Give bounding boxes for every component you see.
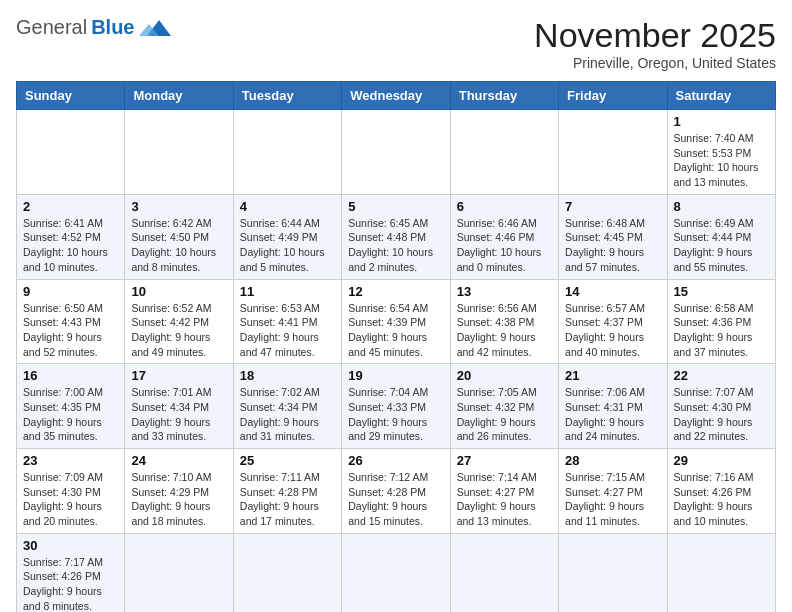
header-row: Sunday Monday Tuesday Wednesday Thursday… <box>17 82 776 110</box>
calendar-cell: 13Sunrise: 6:56 AM Sunset: 4:38 PM Dayli… <box>450 279 558 364</box>
calendar-cell: 7Sunrise: 6:48 AM Sunset: 4:45 PM Daylig… <box>559 194 667 279</box>
day-number: 16 <box>23 368 118 383</box>
day-number: 12 <box>348 284 443 299</box>
calendar-cell: 17Sunrise: 7:01 AM Sunset: 4:34 PM Dayli… <box>125 364 233 449</box>
calendar-cell: 9Sunrise: 6:50 AM Sunset: 4:43 PM Daylig… <box>17 279 125 364</box>
col-thursday: Thursday <box>450 82 558 110</box>
calendar-cell: 2Sunrise: 6:41 AM Sunset: 4:52 PM Daylig… <box>17 194 125 279</box>
calendar-cell <box>559 533 667 612</box>
day-info: Sunrise: 6:44 AM Sunset: 4:49 PM Dayligh… <box>240 216 335 275</box>
week-row: 30Sunrise: 7:17 AM Sunset: 4:26 PM Dayli… <box>17 533 776 612</box>
day-number: 6 <box>457 199 552 214</box>
col-saturday: Saturday <box>667 82 775 110</box>
day-number: 20 <box>457 368 552 383</box>
day-info: Sunrise: 7:14 AM Sunset: 4:27 PM Dayligh… <box>457 470 552 529</box>
day-info: Sunrise: 7:15 AM Sunset: 4:27 PM Dayligh… <box>565 470 660 529</box>
day-info: Sunrise: 6:48 AM Sunset: 4:45 PM Dayligh… <box>565 216 660 275</box>
day-info: Sunrise: 6:52 AM Sunset: 4:42 PM Dayligh… <box>131 301 226 360</box>
logo-icon <box>139 18 171 38</box>
day-number: 3 <box>131 199 226 214</box>
day-number: 28 <box>565 453 660 468</box>
col-sunday: Sunday <box>17 82 125 110</box>
day-info: Sunrise: 6:58 AM Sunset: 4:36 PM Dayligh… <box>674 301 769 360</box>
calendar-cell <box>450 533 558 612</box>
day-info: Sunrise: 7:00 AM Sunset: 4:35 PM Dayligh… <box>23 385 118 444</box>
day-number: 15 <box>674 284 769 299</box>
calendar-cell <box>233 110 341 195</box>
logo: General Blue <box>16 16 171 39</box>
day-info: Sunrise: 7:05 AM Sunset: 4:32 PM Dayligh… <box>457 385 552 444</box>
calendar-cell <box>450 110 558 195</box>
day-number: 19 <box>348 368 443 383</box>
week-row: 23Sunrise: 7:09 AM Sunset: 4:30 PM Dayli… <box>17 449 776 534</box>
logo-blue-text: Blue <box>91 16 134 39</box>
day-number: 23 <box>23 453 118 468</box>
month-title: November 2025 <box>534 16 776 55</box>
day-info: Sunrise: 7:11 AM Sunset: 4:28 PM Dayligh… <box>240 470 335 529</box>
day-info: Sunrise: 7:06 AM Sunset: 4:31 PM Dayligh… <box>565 385 660 444</box>
day-number: 1 <box>674 114 769 129</box>
day-number: 25 <box>240 453 335 468</box>
calendar-cell: 11Sunrise: 6:53 AM Sunset: 4:41 PM Dayli… <box>233 279 341 364</box>
calendar-cell <box>667 533 775 612</box>
day-info: Sunrise: 6:42 AM Sunset: 4:50 PM Dayligh… <box>131 216 226 275</box>
day-info: Sunrise: 7:17 AM Sunset: 4:26 PM Dayligh… <box>23 555 118 612</box>
calendar-cell: 19Sunrise: 7:04 AM Sunset: 4:33 PM Dayli… <box>342 364 450 449</box>
day-number: 18 <box>240 368 335 383</box>
day-info: Sunrise: 7:04 AM Sunset: 4:33 PM Dayligh… <box>348 385 443 444</box>
day-number: 30 <box>23 538 118 553</box>
calendar-cell: 15Sunrise: 6:58 AM Sunset: 4:36 PM Dayli… <box>667 279 775 364</box>
calendar-cell: 3Sunrise: 6:42 AM Sunset: 4:50 PM Daylig… <box>125 194 233 279</box>
day-number: 2 <box>23 199 118 214</box>
calendar-cell <box>342 533 450 612</box>
calendar-cell: 28Sunrise: 7:15 AM Sunset: 4:27 PM Dayli… <box>559 449 667 534</box>
calendar-cell: 30Sunrise: 7:17 AM Sunset: 4:26 PM Dayli… <box>17 533 125 612</box>
day-info: Sunrise: 7:09 AM Sunset: 4:30 PM Dayligh… <box>23 470 118 529</box>
day-number: 22 <box>674 368 769 383</box>
calendar-cell: 23Sunrise: 7:09 AM Sunset: 4:30 PM Dayli… <box>17 449 125 534</box>
calendar-cell: 5Sunrise: 6:45 AM Sunset: 4:48 PM Daylig… <box>342 194 450 279</box>
day-number: 7 <box>565 199 660 214</box>
day-info: Sunrise: 7:02 AM Sunset: 4:34 PM Dayligh… <box>240 385 335 444</box>
calendar-cell: 25Sunrise: 7:11 AM Sunset: 4:28 PM Dayli… <box>233 449 341 534</box>
day-number: 8 <box>674 199 769 214</box>
calendar-cell <box>233 533 341 612</box>
calendar-cell: 14Sunrise: 6:57 AM Sunset: 4:37 PM Dayli… <box>559 279 667 364</box>
calendar-cell: 29Sunrise: 7:16 AM Sunset: 4:26 PM Dayli… <box>667 449 775 534</box>
day-number: 13 <box>457 284 552 299</box>
day-number: 9 <box>23 284 118 299</box>
day-info: Sunrise: 6:56 AM Sunset: 4:38 PM Dayligh… <box>457 301 552 360</box>
week-row: 16Sunrise: 7:00 AM Sunset: 4:35 PM Dayli… <box>17 364 776 449</box>
calendar: Sunday Monday Tuesday Wednesday Thursday… <box>16 81 776 612</box>
day-info: Sunrise: 7:10 AM Sunset: 4:29 PM Dayligh… <box>131 470 226 529</box>
col-monday: Monday <box>125 82 233 110</box>
day-info: Sunrise: 7:16 AM Sunset: 4:26 PM Dayligh… <box>674 470 769 529</box>
calendar-cell: 27Sunrise: 7:14 AM Sunset: 4:27 PM Dayli… <box>450 449 558 534</box>
calendar-cell: 1Sunrise: 7:40 AM Sunset: 5:53 PM Daylig… <box>667 110 775 195</box>
location: Prineville, Oregon, United States <box>534 55 776 71</box>
day-info: Sunrise: 6:41 AM Sunset: 4:52 PM Dayligh… <box>23 216 118 275</box>
day-number: 24 <box>131 453 226 468</box>
header: General Blue November 2025 Prineville, O… <box>16 16 776 71</box>
day-info: Sunrise: 6:53 AM Sunset: 4:41 PM Dayligh… <box>240 301 335 360</box>
day-number: 5 <box>348 199 443 214</box>
title-area: November 2025 Prineville, Oregon, United… <box>534 16 776 71</box>
col-friday: Friday <box>559 82 667 110</box>
calendar-body: 1Sunrise: 7:40 AM Sunset: 5:53 PM Daylig… <box>17 110 776 613</box>
day-info: Sunrise: 6:50 AM Sunset: 4:43 PM Dayligh… <box>23 301 118 360</box>
calendar-cell: 4Sunrise: 6:44 AM Sunset: 4:49 PM Daylig… <box>233 194 341 279</box>
day-info: Sunrise: 7:12 AM Sunset: 4:28 PM Dayligh… <box>348 470 443 529</box>
day-info: Sunrise: 6:57 AM Sunset: 4:37 PM Dayligh… <box>565 301 660 360</box>
calendar-cell <box>125 533 233 612</box>
day-number: 11 <box>240 284 335 299</box>
calendar-cell: 18Sunrise: 7:02 AM Sunset: 4:34 PM Dayli… <box>233 364 341 449</box>
logo-general-text: General <box>16 16 87 39</box>
calendar-cell <box>559 110 667 195</box>
calendar-cell: 20Sunrise: 7:05 AM Sunset: 4:32 PM Dayli… <box>450 364 558 449</box>
day-info: Sunrise: 6:46 AM Sunset: 4:46 PM Dayligh… <box>457 216 552 275</box>
day-info: Sunrise: 7:01 AM Sunset: 4:34 PM Dayligh… <box>131 385 226 444</box>
day-number: 17 <box>131 368 226 383</box>
week-row: 2Sunrise: 6:41 AM Sunset: 4:52 PM Daylig… <box>17 194 776 279</box>
calendar-cell <box>125 110 233 195</box>
day-info: Sunrise: 6:49 AM Sunset: 4:44 PM Dayligh… <box>674 216 769 275</box>
